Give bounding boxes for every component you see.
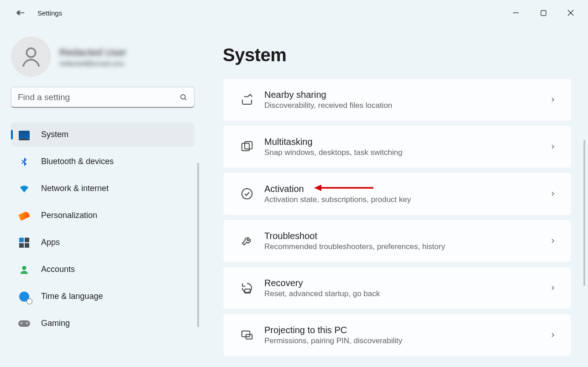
card-desc: Discoverability, received files location <box>264 101 549 110</box>
card-title: Recovery <box>264 278 549 288</box>
wifi-icon <box>17 182 31 196</box>
chevron-right-icon <box>549 190 556 197</box>
maximize-button[interactable] <box>530 4 557 22</box>
projecting-icon <box>238 328 256 342</box>
sidebar-item-personalization[interactable]: Personalization <box>11 203 194 228</box>
close-button[interactable] <box>557 4 584 22</box>
sidebar-item-label: Bluetooth & devices <box>41 157 114 166</box>
avatar <box>11 37 51 77</box>
card-title: Multitasking <box>264 137 549 147</box>
wrench-icon <box>238 234 256 248</box>
main-content: System Nearby sharing Discoverability, r… <box>201 26 588 367</box>
card-troubleshoot[interactable]: Troubleshoot Recommended troubleshooters… <box>223 219 572 262</box>
search-icon <box>179 93 188 101</box>
svg-point-3 <box>22 266 26 270</box>
chevron-right-icon <box>549 96 556 103</box>
page-title: System <box>223 45 572 65</box>
window-controls <box>502 4 584 22</box>
sidebar-nav: System Bluetooth & devices Network & int… <box>11 122 194 335</box>
title-bar: Settings <box>0 0 588 26</box>
svg-rect-5 <box>245 142 252 149</box>
chevron-right-icon <box>549 284 556 292</box>
sidebar-item-apps[interactable]: Apps <box>11 230 194 255</box>
system-icon <box>17 128 31 142</box>
multitasking-icon <box>238 140 256 154</box>
search-input[interactable] <box>18 92 179 102</box>
sidebar-item-label: Accounts <box>41 265 75 274</box>
card-title: Activation <box>264 184 549 194</box>
card-multitasking[interactable]: Multitasking Snap windows, desktops, tas… <box>223 125 572 168</box>
sidebar-item-system[interactable]: System <box>11 122 194 147</box>
minimize-button[interactable] <box>502 4 530 22</box>
bluetooth-icon <box>17 155 31 169</box>
sidebar-item-label: Gaming <box>41 319 70 328</box>
main-scrollbar[interactable] <box>583 140 585 286</box>
back-button[interactable] <box>11 4 29 22</box>
apps-icon <box>17 236 31 250</box>
sidebar-item-label: System <box>41 130 68 139</box>
time-language-icon <box>17 290 31 303</box>
card-desc: Activation state, subscriptions, product… <box>264 195 549 204</box>
chevron-right-icon <box>549 237 556 245</box>
svg-point-2 <box>181 95 185 99</box>
sidebar-item-time-language[interactable]: Time & language <box>11 284 194 308</box>
svg-rect-4 <box>242 144 249 151</box>
search-box[interactable] <box>11 87 194 108</box>
sidebar-item-label: Time & language <box>41 292 103 301</box>
svg-rect-0 <box>541 10 546 15</box>
check-circle-icon <box>238 187 256 201</box>
card-projecting[interactable]: Projecting to this PC Permissions, pairi… <box>223 314 572 356</box>
card-activation[interactable]: Activation Activation state, subscriptio… <box>223 172 572 215</box>
card-title: Projecting to this PC <box>264 325 549 335</box>
sidebar-item-bluetooth[interactable]: Bluetooth & devices <box>11 149 194 174</box>
maximize-icon <box>541 10 546 16</box>
card-title: Nearby sharing <box>264 90 549 100</box>
profile-name: Redacted User <box>59 47 126 59</box>
profile-block[interactable]: Redacted User redacted@email.com <box>11 37 194 77</box>
accounts-icon <box>17 263 31 277</box>
person-icon <box>19 45 43 69</box>
svg-point-1 <box>26 48 36 58</box>
chevron-right-icon <box>549 143 556 150</box>
card-nearby-sharing[interactable]: Nearby sharing Discoverability, received… <box>223 78 572 121</box>
close-icon <box>567 10 574 16</box>
svg-point-6 <box>242 189 252 199</box>
brush-icon <box>17 209 31 223</box>
card-desc: Reset, advanced startup, go back <box>264 289 549 298</box>
sidebar: Redacted User redacted@email.com System … <box>0 26 201 367</box>
sidebar-item-accounts[interactable]: Accounts <box>11 257 194 282</box>
chevron-right-icon <box>549 331 556 339</box>
sidebar-item-label: Personalization <box>41 211 97 220</box>
card-desc: Permissions, pairing PIN, discoverabilit… <box>264 336 549 346</box>
card-desc: Snap windows, desktops, task switching <box>264 148 549 157</box>
share-icon <box>238 93 256 106</box>
sidebar-scrollbar[interactable] <box>197 163 199 327</box>
card-title: Troubleshoot <box>264 231 549 241</box>
sidebar-item-gaming[interactable]: Gaming <box>11 311 194 335</box>
minimize-icon <box>513 10 519 16</box>
sidebar-item-label: Network & internet <box>41 184 109 193</box>
profile-email: redacted@email.com <box>59 59 126 67</box>
sidebar-item-label: Apps <box>41 238 60 247</box>
recovery-icon <box>238 281 256 295</box>
app-title: Settings <box>37 9 62 17</box>
card-recovery[interactable]: Recovery Reset, advanced startup, go bac… <box>223 266 572 309</box>
card-desc: Recommended troubleshooters, preferences… <box>264 242 549 251</box>
sidebar-item-network[interactable]: Network & internet <box>11 176 194 201</box>
gaming-icon <box>17 317 31 330</box>
